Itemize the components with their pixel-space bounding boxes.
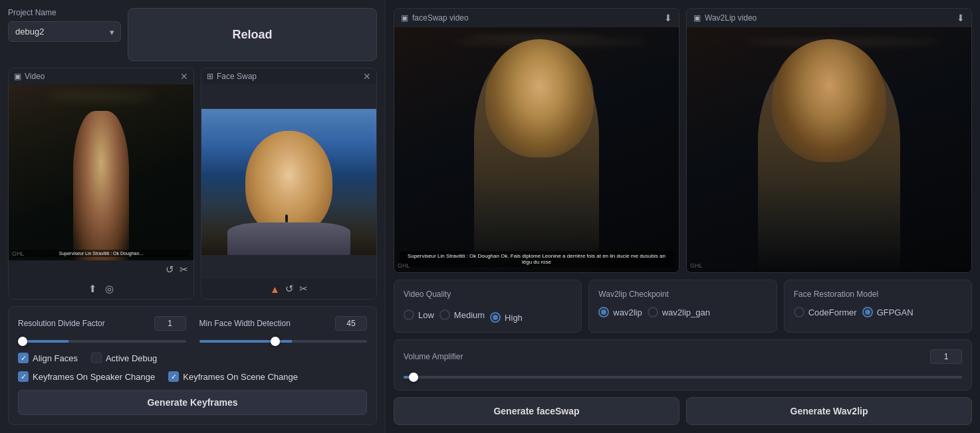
quality-high-radio[interactable] (490, 312, 501, 323)
face-swap-panel-header-left: ⊞ Face Swap (207, 72, 257, 81)
refresh-icon[interactable]: ↺ (166, 264, 174, 276)
video-controls-bottom: ⬆ ◎ (9, 279, 193, 299)
faceswap-output-preview: Superviseur Lin Stravititi : Ok Doughan … (394, 27, 679, 272)
wav2lip-radio[interactable] (598, 307, 609, 317)
checkmark-speaker-icon: ✓ (21, 373, 27, 381)
keyframes-speaker-checkbox-item[interactable]: ✓ Keyframes On Speaker Change (18, 371, 155, 382)
quality-low-item[interactable]: Low (404, 307, 434, 323)
keyframes-scene-checkbox[interactable]: ✓ (168, 371, 179, 382)
face-restoration-radio-group: CodeFormer GFPGAN (794, 307, 962, 317)
volume-slider-wrapper (404, 371, 962, 381)
video-panel-label: Video (25, 72, 45, 81)
project-name-section: Project Name debug2 ▾ (8, 8, 121, 61)
codeformer-radio[interactable] (794, 307, 804, 317)
resolution-slider[interactable] (18, 340, 186, 343)
generate-wav2lip-button[interactable]: Generate Wav2lip (686, 397, 972, 425)
faceswap-monitor-icon: ▣ (401, 13, 408, 23)
keyframes-speaker-checkbox[interactable]: ✓ (18, 371, 29, 382)
align-faces-label: Align Faces (33, 353, 78, 363)
video-preview: Superviseur Lin Stravititi : Ok Doughan.… (9, 84, 193, 260)
refresh-face-icon[interactable]: ↺ (285, 283, 294, 295)
scissors-face-icon[interactable]: ✂ (299, 283, 308, 295)
upload-icon[interactable]: ⬆ (88, 283, 97, 295)
wav2lip-gan-item[interactable]: wav2lip_gan (648, 307, 710, 317)
settings-cards-row: Video Quality Low Medium High Wav2lip Ch… (394, 280, 972, 333)
wav2lip-monitor-icon: ▣ (693, 13, 701, 23)
quality-low-radio[interactable] (404, 309, 414, 320)
gfpgan-item[interactable]: GFPGAN (862, 307, 914, 317)
ceiling-light-2 (465, 35, 608, 38)
resolution-header: Resolution Divide Factor (18, 316, 186, 331)
quality-medium-radio[interactable] (439, 309, 450, 320)
align-faces-checkbox-item[interactable]: ✓ Align Faces (18, 353, 78, 363)
scissors-icon[interactable]: ✂ (180, 264, 188, 276)
gfpgan-label: GFPGAN (877, 307, 914, 317)
wav2lip-panel-header: ▣ Wav2Lip video ⬇ (687, 9, 971, 27)
align-faces-checkbox[interactable]: ✓ (18, 353, 29, 363)
face-restoration-title: Face Restoration Model (794, 290, 962, 299)
quality-low-label: Low (418, 310, 434, 320)
volume-value-input[interactable] (930, 349, 962, 364)
target-icon[interactable]: ◎ (105, 283, 114, 295)
quality-medium-label: Medium (454, 310, 485, 320)
wav2lip-radio-label: wav2lip (613, 307, 642, 317)
checkmark-icon: ✓ (21, 354, 27, 363)
faceswap-subtitle: Superviseur Lin Stravititi : Ok Doughan … (400, 251, 674, 267)
video-scene-bg: Superviseur Lin Stravititi : Ok Doughan.… (9, 84, 193, 260)
video-quality-card: Video Quality Low Medium High (394, 280, 582, 333)
wav2lip-gan-label: wav2lip_gan (662, 307, 710, 317)
video-subtitle: Superviseur Lin Stravititi : Ok Doughan.… (12, 250, 190, 257)
codeformer-item[interactable]: CodeFormer (794, 307, 857, 317)
wav2lip-video-panel: ▣ Wav2Lip video ⬇ GHL (686, 8, 972, 273)
resolution-label: Resolution Divide Factor (18, 319, 105, 328)
volume-section: Volume Amplifier (394, 339, 972, 390)
min-face-label: Min Face Width Detection (199, 319, 291, 328)
active-debug-checkbox[interactable] (91, 353, 102, 363)
wav2lip-download-button[interactable]: ⬇ (957, 13, 965, 23)
volume-label: Volume Amplifier (404, 352, 463, 361)
wav2lip-output-preview: GHL (687, 27, 971, 272)
video-panel-close-button[interactable]: ✕ (180, 72, 188, 81)
wav2lip-gan-radio[interactable] (648, 307, 658, 317)
wav2lip-checkpoint-title: Wav2lip Checkpoint (598, 290, 767, 299)
min-face-value-input[interactable] (335, 316, 367, 331)
gfpgan-radio[interactable] (862, 307, 873, 317)
video-panel-header-left: ▣ Video (14, 72, 45, 81)
faceswap-scene: Superviseur Lin Stravititi : Ok Doughan … (394, 27, 679, 272)
wav2lip-checkpoint-radio-group: wav2lip wav2lip_gan (598, 307, 767, 317)
action-buttons-row: Generate faceSwap Generate Wav2lip (394, 397, 972, 425)
arrow-up-icon[interactable]: ▲ (270, 284, 280, 295)
keyframes-scene-label: Keyframes On Scene Change (183, 372, 298, 382)
generate-faceswap-button[interactable]: Generate faceSwap (394, 397, 679, 425)
face-restoration-card: Face Restoration Model CodeFormer GFPGAN (784, 280, 972, 333)
keyframes-scene-checkbox-item[interactable]: ✓ Keyframes On Scene Change (168, 371, 298, 382)
project-select[interactable]: debug2 (8, 21, 121, 42)
face-swap-close-button[interactable]: ✕ (363, 72, 371, 81)
watermark: GHL (12, 250, 25, 257)
volume-slider[interactable] (404, 376, 962, 379)
wav2lip-checkpoint-card: Wav2lip Checkpoint wav2lip wav2lip_gan (588, 280, 777, 333)
shirt (227, 222, 350, 254)
active-debug-checkbox-item[interactable]: Active Debug (91, 353, 157, 363)
quality-high-label: High (505, 313, 523, 323)
resolution-factor-item: Resolution Divide Factor (18, 316, 186, 345)
character-silhouette (73, 111, 128, 260)
quality-high-item[interactable]: High (490, 312, 523, 323)
video-output-row: ▣ faceSwap video ⬇ Superviseur Lin Strav… (394, 8, 972, 273)
keyframes-speaker-label: Keyframes On Speaker Change (33, 372, 155, 382)
monitor-icon: ▣ (14, 72, 21, 81)
checkboxes-row-1: ✓ Align Faces Active Debug (18, 353, 367, 363)
resolution-value-input[interactable] (154, 316, 186, 331)
min-face-slider[interactable] (199, 340, 368, 343)
generate-keyframes-button[interactable]: Generate Keyframes (18, 390, 367, 415)
wav2lip-item[interactable]: wav2lip (598, 307, 642, 317)
faceswap-video-panel: ▣ faceSwap video ⬇ Superviseur Lin Strav… (394, 8, 679, 273)
reload-button[interactable]: Reload (128, 8, 377, 61)
swapped-face (485, 39, 594, 157)
video-panels-row: ▣ Video ✕ Superviseur Lin Stravititi : O… (8, 68, 377, 300)
face-controls-row: ▲ ↺ ✂ (201, 279, 376, 299)
min-face-slider-wrapper (199, 335, 368, 345)
quality-medium-item[interactable]: Medium (439, 307, 485, 323)
faceswap-download-button[interactable]: ⬇ (664, 13, 672, 23)
wav2lip-watermark: GHL (690, 262, 703, 269)
